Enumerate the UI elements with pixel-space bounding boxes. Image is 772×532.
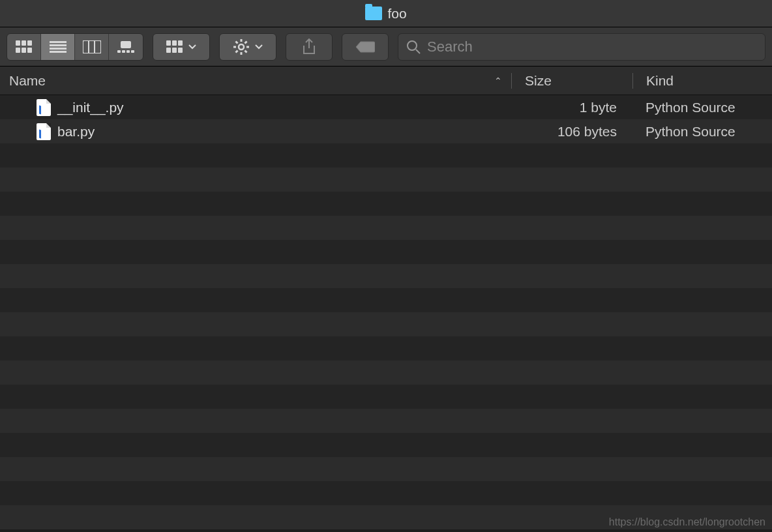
column-header-row: Name ⌃ Size Kind bbox=[0, 66, 772, 95]
svg-rect-17 bbox=[131, 50, 134, 53]
column-header-name[interactable]: Name ⌃ bbox=[0, 73, 511, 89]
empty-row: . bbox=[0, 240, 772, 264]
search-input[interactable] bbox=[427, 38, 757, 55]
empty-row: . bbox=[0, 457, 772, 481]
empty-row: . bbox=[0, 288, 772, 312]
view-list-button[interactable] bbox=[41, 34, 75, 60]
view-icon-button[interactable] bbox=[7, 34, 41, 60]
file-row[interactable]: __init__.py 1 byte Python Source bbox=[0, 95, 772, 119]
watermark: https://blog.csdn.net/longrootchen bbox=[609, 516, 765, 528]
chevron-down-icon bbox=[188, 44, 196, 50]
file-kind: Python Source bbox=[632, 100, 772, 115]
svg-rect-10 bbox=[83, 40, 101, 53]
svg-line-29 bbox=[236, 41, 238, 43]
svg-rect-5 bbox=[27, 48, 32, 53]
svg-rect-20 bbox=[178, 40, 183, 46]
svg-rect-23 bbox=[178, 48, 183, 53]
svg-rect-1 bbox=[22, 40, 26, 46]
empty-row: . bbox=[0, 216, 772, 240]
gallery-icon bbox=[117, 41, 134, 53]
chevron-up-icon: ⌃ bbox=[494, 76, 502, 86]
svg-point-33 bbox=[408, 41, 417, 50]
svg-rect-4 bbox=[22, 48, 26, 53]
file-kind: Python Source bbox=[632, 124, 772, 140]
svg-rect-0 bbox=[16, 40, 20, 46]
empty-row: . bbox=[0, 433, 772, 457]
gear-icon bbox=[233, 38, 250, 55]
svg-line-32 bbox=[236, 50, 238, 52]
icon-grid-icon bbox=[16, 40, 33, 53]
list-icon bbox=[50, 41, 67, 53]
columns-icon bbox=[83, 40, 101, 53]
empty-row: . bbox=[0, 312, 772, 336]
file-name: __init__.py bbox=[57, 100, 124, 115]
titlebar: foo bbox=[0, 0, 772, 27]
svg-rect-9 bbox=[50, 51, 67, 53]
svg-line-34 bbox=[416, 50, 420, 53]
tags-button[interactable] bbox=[342, 33, 389, 61]
share-button[interactable] bbox=[286, 33, 333, 61]
empty-row: . bbox=[0, 168, 772, 192]
empty-row: . bbox=[0, 264, 772, 288]
file-list: __init__.py 1 byte Python Source bar.py … bbox=[0, 95, 772, 532]
python-file-icon bbox=[37, 99, 51, 116]
column-header-kind[interactable]: Kind bbox=[632, 73, 772, 89]
svg-rect-2 bbox=[27, 40, 32, 46]
empty-row: . bbox=[0, 361, 772, 385]
folder-icon bbox=[365, 7, 382, 20]
svg-rect-3 bbox=[16, 48, 20, 53]
file-size: 1 byte bbox=[511, 100, 632, 115]
svg-rect-8 bbox=[50, 48, 67, 50]
file-name: bar.py bbox=[57, 124, 95, 140]
chevron-down-icon bbox=[255, 44, 263, 50]
svg-rect-21 bbox=[166, 48, 171, 53]
toolbar bbox=[0, 27, 772, 66]
empty-row: . bbox=[0, 336, 772, 361]
svg-line-31 bbox=[245, 41, 247, 43]
svg-rect-22 bbox=[172, 48, 177, 53]
view-column-button[interactable] bbox=[75, 34, 109, 60]
svg-rect-14 bbox=[117, 50, 121, 53]
window-title: foo bbox=[387, 6, 406, 22]
svg-rect-18 bbox=[166, 40, 171, 46]
search-field[interactable] bbox=[398, 33, 765, 61]
file-size: 106 bytes bbox=[511, 124, 632, 140]
python-file-icon bbox=[37, 123, 51, 140]
action-menu-button[interactable] bbox=[219, 33, 276, 61]
empty-row: . bbox=[0, 481, 772, 505]
svg-rect-7 bbox=[50, 44, 67, 46]
view-gallery-button[interactable] bbox=[109, 34, 143, 60]
svg-point-24 bbox=[239, 44, 244, 50]
search-icon bbox=[406, 40, 421, 54]
svg-rect-6 bbox=[50, 41, 67, 43]
tag-icon bbox=[355, 41, 375, 53]
svg-rect-13 bbox=[121, 41, 131, 48]
view-mode-group bbox=[7, 33, 143, 61]
column-name-label: Name bbox=[9, 73, 46, 89]
group-by-button[interactable] bbox=[153, 33, 210, 61]
share-icon bbox=[302, 38, 316, 55]
empty-row: . bbox=[0, 385, 772, 409]
grid-dropdown-icon bbox=[166, 40, 183, 53]
empty-row: . bbox=[0, 143, 772, 168]
file-row[interactable]: bar.py 106 bytes Python Source bbox=[0, 119, 772, 143]
column-header-size[interactable]: Size bbox=[511, 73, 632, 89]
empty-row: . bbox=[0, 192, 772, 216]
svg-line-30 bbox=[245, 50, 247, 52]
svg-rect-19 bbox=[172, 40, 177, 46]
svg-rect-16 bbox=[126, 50, 130, 53]
svg-rect-15 bbox=[122, 50, 125, 53]
empty-row: . bbox=[0, 409, 772, 433]
